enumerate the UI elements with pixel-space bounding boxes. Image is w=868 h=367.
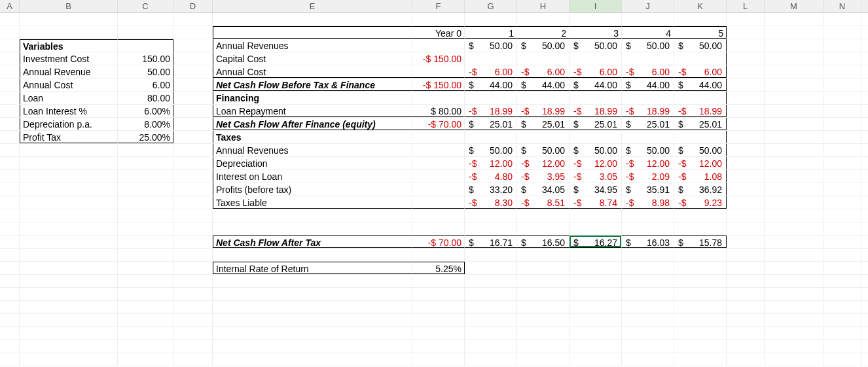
cell-F6[interactable]: -$ 150.00 (412, 79, 465, 91)
cell-I9[interactable]: $25.01 (570, 118, 622, 130)
cell-C14[interactable] (118, 183, 173, 196)
cell-M23[interactable] (765, 301, 823, 313)
cell-F21[interactable] (412, 275, 465, 287)
cell-G1[interactable] (465, 13, 517, 26)
cell-M2[interactable] (765, 26, 823, 39)
cell-N27[interactable] (823, 353, 861, 366)
cell-G19[interactable] (465, 249, 517, 261)
col-header-D[interactable]: D (173, 0, 213, 12)
cell-N14[interactable] (823, 183, 861, 196)
cell-O20[interactable] (861, 262, 868, 274)
cell-J5[interactable]: -$6.00 (622, 65, 674, 78)
cell-D7[interactable] (173, 92, 213, 104)
cell-C12[interactable] (118, 157, 173, 169)
col-header-B[interactable]: B (20, 0, 118, 12)
cell-I10[interactable] (570, 131, 622, 143)
cell-F17[interactable] (412, 222, 465, 235)
cell-N19[interactable] (823, 249, 861, 261)
cell-I5[interactable]: -$6.00 (570, 65, 622, 78)
cell-F13[interactable] (412, 170, 465, 183)
cell-O8[interactable] (861, 105, 868, 117)
cell-I1[interactable] (570, 13, 622, 26)
cell-L16[interactable] (727, 209, 765, 222)
cell-F18[interactable]: -$ 70.00 (412, 236, 465, 248)
cell-J8[interactable]: -$18.99 (622, 105, 674, 117)
cell-H18[interactable]: $16.50 (517, 236, 570, 248)
cell-N3[interactable] (823, 39, 861, 52)
cell-I13[interactable]: -$3.05 (570, 170, 622, 183)
col-header-A[interactable]: A (0, 0, 20, 12)
cell-I24[interactable] (570, 314, 622, 326)
cell-F15[interactable] (412, 196, 465, 209)
cell-J3[interactable]: $50.00 (622, 39, 674, 52)
cell-O23[interactable] (861, 301, 868, 313)
cell-K5[interactable]: -$6.00 (674, 65, 727, 78)
cell-E11[interactable]: Annual Revenues (213, 144, 412, 156)
cell-K8[interactable]: -$18.99 (674, 105, 727, 117)
cell-C24[interactable] (118, 314, 173, 326)
cell-I21[interactable] (570, 275, 622, 287)
cell-L2[interactable] (727, 26, 765, 39)
col-header-M[interactable]: M (765, 0, 823, 12)
cell-M25[interactable] (765, 327, 823, 340)
cell-D15[interactable] (173, 196, 213, 209)
cell-N18[interactable] (823, 236, 861, 248)
cell-E20[interactable]: Internal Rate of Return (213, 262, 412, 274)
cell-B24[interactable] (20, 314, 118, 326)
cell-N7[interactable] (823, 92, 861, 104)
cell-A16[interactable] (0, 209, 20, 222)
cell-C10[interactable]: 25.00% (118, 131, 173, 143)
cell-I7[interactable] (570, 92, 622, 104)
cell-A18[interactable] (0, 236, 20, 248)
cell-N24[interactable] (823, 314, 861, 326)
cell-H21[interactable] (517, 275, 570, 287)
cell-N26[interactable] (823, 340, 861, 353)
cell-G26[interactable] (465, 340, 517, 353)
cell-K12[interactable]: -$12.00 (674, 157, 727, 169)
cell-B20[interactable] (20, 262, 118, 274)
cell-J24[interactable] (622, 314, 674, 326)
cell-A27[interactable] (0, 353, 20, 366)
cell-H27[interactable] (517, 353, 570, 366)
cell-M1[interactable] (765, 13, 823, 26)
cell-M4[interactable] (765, 52, 823, 65)
cell-K4[interactable] (674, 52, 727, 65)
cell-I25[interactable] (570, 327, 622, 340)
cell-H17[interactable] (517, 222, 570, 235)
cell-O11[interactable] (861, 144, 868, 156)
cell-N17[interactable] (823, 222, 861, 235)
cell-O19[interactable] (861, 249, 868, 261)
cell-G22[interactable] (465, 288, 517, 300)
cell-D25[interactable] (173, 327, 213, 340)
cell-B25[interactable] (20, 327, 118, 340)
cell-B11[interactable] (20, 144, 118, 156)
grid-body[interactable]: Year 012345VariablesAnnual Revenues$50.0… (0, 13, 868, 366)
cell-D13[interactable] (173, 170, 213, 183)
cell-M21[interactable] (765, 275, 823, 287)
cell-O27[interactable] (861, 353, 868, 366)
cell-N12[interactable] (823, 157, 861, 169)
cell-C21[interactable] (118, 275, 173, 287)
cell-K13[interactable]: -$1.08 (674, 170, 727, 183)
cell-L1[interactable] (727, 13, 765, 26)
cell-I20[interactable] (570, 262, 622, 274)
cell-G16[interactable] (465, 209, 517, 222)
cell-A2[interactable] (0, 26, 20, 39)
cell-H14[interactable]: $34.05 (517, 183, 570, 196)
cell-J27[interactable] (622, 353, 674, 366)
cell-H1[interactable] (517, 13, 570, 26)
spreadsheet[interactable]: A B C D E F G H I J K L M N O Year 01234… (0, 0, 868, 367)
cell-E25[interactable] (213, 327, 412, 340)
cell-J25[interactable] (622, 327, 674, 340)
cell-N23[interactable] (823, 301, 861, 313)
cell-I18[interactable]: $16.27 (570, 236, 622, 248)
cell-G2[interactable]: 1 (465, 26, 517, 39)
cell-J26[interactable] (622, 340, 674, 353)
cell-O16[interactable] (861, 209, 868, 222)
cell-E14[interactable]: Profits (before tax) (213, 183, 412, 196)
cell-N8[interactable] (823, 105, 861, 117)
col-header-O[interactable]: O (861, 0, 868, 12)
cell-D12[interactable] (173, 157, 213, 169)
cell-O15[interactable] (861, 196, 868, 209)
cell-B7[interactable]: Loan (20, 92, 118, 104)
